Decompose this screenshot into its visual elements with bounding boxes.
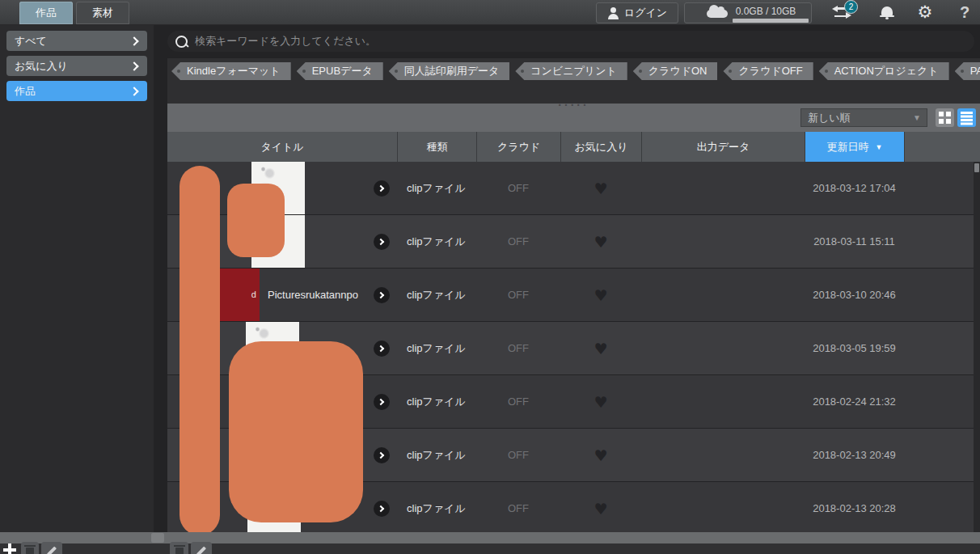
table-row[interactable]: clipファイル OFF ♥ 2018-03-11 15:11	[167, 215, 980, 269]
row-expand-button[interactable]	[374, 394, 390, 410]
heart-icon: ♥	[593, 340, 607, 357]
sidebar-item-favorites[interactable]: お気に入り	[6, 56, 147, 76]
row-output-data	[641, 482, 805, 532]
grid-view-button[interactable]	[936, 108, 954, 127]
trash-icon	[26, 548, 34, 554]
notifications-button[interactable]	[877, 0, 898, 24]
tag-filter-chip[interactable]: 同人誌印刷用データ	[389, 62, 510, 80]
tag-filter-chip[interactable]: EPUBデータ	[297, 62, 383, 80]
heart-icon: ♥	[593, 393, 607, 411]
row-cloud-status: OFF	[476, 482, 560, 532]
redaction-blob-thumbnails	[180, 166, 220, 535]
row-updated-at: 2018-03-10 20:46	[805, 269, 904, 321]
tag-filter-chip[interactable]: ACTIONプロジェクト	[819, 62, 949, 80]
login-button[interactable]: ログイン	[596, 2, 678, 23]
search-input[interactable]: 検索キーワードを入力してください。	[167, 31, 974, 52]
settings-button[interactable]: ⚙	[915, 0, 936, 24]
chevron-right-icon	[378, 398, 384, 404]
column-header-spacer	[904, 132, 980, 162]
chevron-right-icon	[378, 345, 384, 351]
bottom-scrollbar-thumb[interactable]	[151, 533, 164, 543]
row-expand-button[interactable]	[374, 234, 390, 250]
bottom-scrollbar-strip[interactable]	[0, 532, 980, 543]
row-output-data	[641, 322, 805, 374]
redaction-blob-titles-bottom	[229, 341, 363, 522]
row-spacer	[904, 162, 980, 214]
row-favorite-toggle[interactable]: ♥	[560, 269, 641, 321]
tag-filter-panel: KindleフォーマットEPUBデータ同人誌印刷用データコンビニプリントクラウド…	[167, 58, 980, 104]
sync-badge: 2	[844, 0, 858, 14]
sidebar: すべて お気に入り 作品	[0, 24, 154, 532]
row-favorite-toggle[interactable]: ♥	[560, 322, 641, 374]
delete-button-2[interactable]	[170, 542, 188, 554]
column-header-type[interactable]: 種類	[397, 132, 476, 162]
chevron-right-icon	[129, 36, 138, 45]
vertical-scrollbar[interactable]	[974, 162, 980, 532]
plus-icon	[3, 543, 16, 554]
sort-order-dropdown[interactable]: 新しい順 ▼	[800, 108, 927, 127]
question-icon: ?	[960, 3, 969, 22]
row-cloud-status: OFF	[476, 269, 560, 321]
sidebar-item-all[interactable]: すべて	[6, 31, 147, 51]
list-view-button[interactable]	[957, 108, 976, 127]
row-file-type: clipファイル	[397, 375, 476, 428]
column-header-cloud[interactable]: クラウド	[476, 132, 560, 162]
row-favorite-toggle[interactable]: ♥	[560, 482, 641, 532]
gear-icon: ⚙	[918, 2, 933, 22]
column-header-title[interactable]: タイトル	[167, 132, 397, 162]
row-favorite-toggle[interactable]: ♥	[560, 429, 641, 481]
tag-filter-chip[interactable]: コンビニプリント	[515, 62, 627, 80]
add-button[interactable]	[1, 542, 19, 554]
row-spacer	[904, 482, 980, 532]
row-expand-button[interactable]	[374, 447, 390, 463]
clip-studio-window: 作品 素材 ログイン 0.0GB / 10GB 2 ⚙	[0, 0, 980, 554]
heart-icon: ♥	[593, 286, 607, 304]
row-expand-button[interactable]	[374, 180, 390, 197]
sidebar-item-label: お気に入り	[15, 59, 131, 74]
chevron-down-icon: ▼	[913, 113, 921, 122]
sync-button[interactable]: 2	[830, 0, 854, 24]
row-favorite-toggle[interactable]: ♥	[560, 375, 641, 428]
scrollbar-thumb[interactable]	[974, 163, 979, 172]
row-favorite-toggle[interactable]: ♥	[560, 162, 641, 214]
heart-icon: ♥	[593, 180, 607, 197]
edit-button[interactable]	[41, 542, 62, 554]
cloud-storage-meter[interactable]: 0.0GB / 10GB	[684, 2, 812, 23]
pencil-icon	[47, 546, 57, 554]
heart-icon: ♥	[593, 500, 607, 518]
edit-button-2[interactable]	[191, 542, 212, 554]
row-expand-button[interactable]	[374, 501, 390, 517]
row-title: Picturesrukatannpo	[268, 289, 358, 301]
row-output-data	[641, 215, 805, 268]
table-row[interactable]: clipファイル OFF ♥ 2018-03-12 17:04	[167, 162, 980, 215]
row-favorite-toggle[interactable]: ♥	[560, 215, 641, 268]
tab-materials[interactable]: 素材	[76, 2, 129, 24]
row-updated-at: 2018-02-24 21:32	[805, 375, 904, 428]
column-header-favorite[interactable]: お気に入り	[560, 132, 641, 162]
tab-works[interactable]: 作品	[19, 2, 73, 24]
column-header-output[interactable]: 出力データ	[641, 132, 805, 162]
tag-filter-chip[interactable]: PAINTページ	[955, 62, 980, 80]
search-placeholder: 検索キーワードを入力してください。	[195, 34, 376, 49]
tag-filter-chip[interactable]: Kindleフォーマット	[171, 62, 291, 80]
heart-icon: ♥	[593, 446, 607, 464]
row-expand-button[interactable]	[374, 340, 390, 357]
column-header-updated-sorted[interactable]: 更新日時 ▼	[805, 132, 904, 162]
row-spacer	[904, 215, 980, 268]
row-cloud-status: OFF	[476, 162, 560, 214]
column-header-label: 更新日時	[827, 140, 869, 154]
delete-button[interactable]	[21, 542, 39, 554]
row-expand-button[interactable]	[374, 287, 390, 303]
heart-icon: ♥	[593, 233, 607, 251]
row-cloud-status: OFF	[476, 322, 560, 374]
list-toolbar: ····· 新しい順 ▼	[167, 104, 980, 132]
panel-drag-handle[interactable]: ·····	[558, 99, 589, 112]
trash-icon	[175, 548, 184, 554]
sidebar-item-works[interactable]: 作品	[6, 81, 147, 101]
storage-progress-bar	[733, 19, 809, 23]
row-file-type: clipファイル	[397, 162, 476, 214]
help-button[interactable]: ?	[954, 0, 975, 24]
table-row[interactable]: © N d Picturesrukatannpo clipファイル OFF ♥ …	[167, 269, 980, 322]
tag-filter-chip[interactable]: クラウドON	[633, 62, 718, 80]
tag-filter-chip[interactable]: クラウドOFF	[723, 62, 813, 80]
